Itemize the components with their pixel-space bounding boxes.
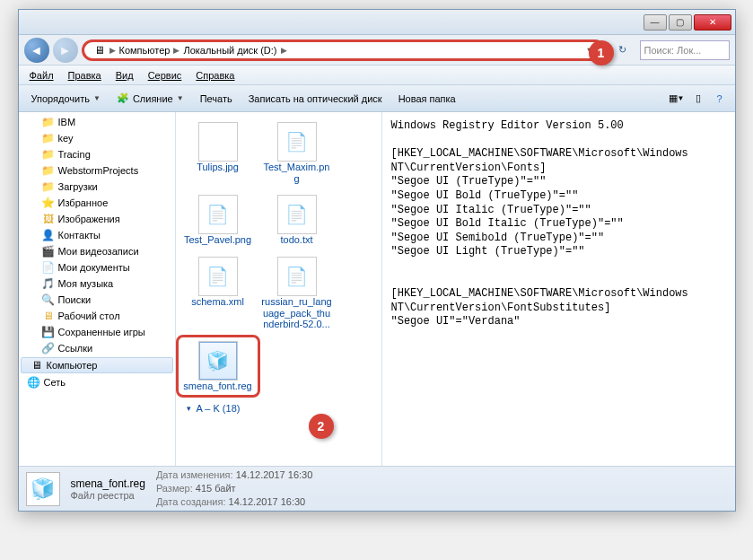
- folder-icon: ⭐: [42, 197, 55, 209]
- folder-icon: 🔍: [42, 293, 55, 306]
- sidebar-item[interactable]: 🔗Ссылки: [19, 340, 175, 356]
- file-name: Test_Pavel.png: [184, 234, 251, 246]
- file-name: Tulips.jpg: [197, 162, 239, 173]
- menu-help[interactable]: Справка: [190, 68, 240, 83]
- refresh-button[interactable]: ↻: [613, 40, 633, 60]
- folder-icon: 🔗: [42, 342, 55, 354]
- search-input[interactable]: Поиск: Лок...: [640, 40, 730, 60]
- sidebar-item-label: IBM: [58, 117, 76, 127]
- sidebar-item[interactable]: 📁IBM: [19, 114, 175, 130]
- new-folder-button[interactable]: Новая папка: [391, 91, 463, 107]
- sidebar-item[interactable]: 🖥Рабочий стол: [19, 308, 175, 324]
- chevron-right-icon: ▶: [173, 46, 179, 55]
- file-pane[interactable]: 2 Tulips.jpg📄Test_Maxim.png📄Test_Pavel.p…: [176, 112, 382, 466]
- merge-icon: 🧩: [117, 92, 129, 104]
- sidebar-computer[interactable]: 🖥Компьютер: [21, 357, 173, 373]
- sidebar-item[interactable]: 🔍Поиски: [19, 292, 175, 308]
- folder-icon: 👤: [42, 229, 55, 241]
- chevron-down-icon: ▾: [187, 404, 191, 413]
- navbar: ◄ ► 🖥 ▶ Компьютер ▶ Локальный диск (D:) …: [19, 35, 735, 66]
- file-item[interactable]: 📄russian_ru_language_pack_thunderbird-52…: [258, 254, 336, 333]
- sidebar-item[interactable]: 🖼Изображения: [19, 211, 175, 227]
- back-button[interactable]: ◄: [24, 38, 49, 63]
- file-name: russian_ru_language_pack_thunderbird-52.…: [261, 296, 333, 330]
- file-name: smena_font.reg: [183, 381, 251, 392]
- maximize-button[interactable]: ▢: [669, 14, 692, 31]
- sidebar-item-label: Рабочий стол: [58, 311, 120, 321]
- sidebar-item[interactable]: ⭐Избранное: [19, 195, 175, 211]
- size-label: Размер:: [156, 483, 193, 494]
- created-value: 14.12.2017 16:30: [229, 496, 306, 507]
- file-item[interactable]: 📄todo.txt: [258, 192, 336, 249]
- print-button[interactable]: Печать: [193, 91, 240, 107]
- explorer-window: — ▢ ✕ ◄ ► 🖥 ▶ Компьютер ▶ Локальный диск…: [18, 9, 736, 512]
- sidebar-item[interactable]: 🎬Мои видеозаписи: [19, 243, 175, 259]
- modified-value: 14.12.2017 16:30: [236, 469, 313, 480]
- size-value: 415 байт: [196, 483, 236, 494]
- organize-button[interactable]: Упорядочить▼: [24, 91, 108, 107]
- sidebar-item[interactable]: 💾Сохраненные игры: [19, 324, 175, 340]
- sidebar-item[interactable]: 📁Загрузки: [19, 179, 175, 195]
- menu-view[interactable]: Вид: [110, 68, 139, 83]
- file-item[interactable]: 🧊smena_font.reg: [179, 338, 257, 395]
- file-name: todo.txt: [280, 234, 312, 246]
- breadcrumb-drive-d[interactable]: Локальный диск (D:): [183, 45, 276, 56]
- sidebar-item[interactable]: 📁WebstormProjects: [19, 162, 175, 179]
- sidebar-item-label: Моя музыка: [58, 278, 114, 289]
- sidebar-item-label: Поиски: [58, 294, 92, 305]
- close-button[interactable]: ✕: [694, 14, 731, 31]
- folder-icon: 📄: [42, 261, 55, 274]
- sidebar-item[interactable]: 👤Контакты: [19, 227, 175, 243]
- sidebar-item-label: Мои документы: [58, 262, 130, 273]
- network-icon: 🌐: [28, 376, 40, 389]
- search-placeholder: Поиск: Лок...: [644, 45, 702, 56]
- sidebar-item[interactable]: 🎵Моя музыка: [19, 276, 175, 292]
- folder-icon: 📁: [42, 132, 55, 144]
- merge-button[interactable]: 🧩Слияние▼: [109, 90, 191, 107]
- sidebar-network[interactable]: 🌐Сеть: [19, 374, 175, 390]
- view-options-button[interactable]: ▦▼: [667, 89, 687, 109]
- sidebar-item[interactable]: 📄Мои документы: [19, 259, 175, 276]
- burn-button[interactable]: Записать на оптический диск: [241, 91, 390, 107]
- folder-icon: 🖼: [42, 213, 55, 225]
- computer-icon: 🖥: [93, 44, 106, 57]
- sidebar-item-label: Сохраненные игры: [58, 327, 145, 337]
- menubar: Файл Правка Вид Сервис Справка: [19, 66, 735, 85]
- sidebar-item[interactable]: 📁key: [19, 130, 175, 146]
- sidebar-item-label: Изображения: [58, 214, 120, 224]
- address-wrap: 🖥 ▶ Компьютер ▶ Локальный диск (D:) ▶ ▼ …: [82, 39, 606, 61]
- reg-icon: 🧊: [26, 472, 60, 506]
- file-item[interactable]: 📄Test_Maxim.png: [258, 119, 336, 187]
- details-name-col: smena_font.reg Файл реестра: [71, 477, 145, 501]
- file-item[interactable]: 📄schema.xml: [179, 254, 257, 333]
- group-header[interactable]: ▾A – K (18): [179, 399, 378, 417]
- address-bar[interactable]: 🖥 ▶ Компьютер ▶ Локальный диск (D:) ▶ ▼ …: [82, 39, 606, 61]
- sidebar: 📁IBM📁key📁Tracing📁WebstormProjects📁Загруз…: [19, 112, 176, 466]
- sidebar-item-label: Контакты: [58, 230, 101, 241]
- menu-file[interactable]: Файл: [24, 68, 59, 83]
- details-filetype: Файл реестра: [71, 490, 145, 501]
- created-label: Дата создания:: [156, 496, 226, 507]
- preview-pane-button[interactable]: ▯: [688, 89, 708, 109]
- folder-icon: 📁: [42, 180, 55, 193]
- sidebar-item[interactable]: 📁Tracing: [19, 146, 175, 162]
- help-button[interactable]: ?: [710, 89, 730, 109]
- sidebar-item-label: WebstormProjects: [58, 165, 139, 176]
- toolbar: Упорядочить▼ 🧩Слияние▼ Печать Записать н…: [19, 85, 735, 112]
- file-item[interactable]: 📄Test_Pavel.png: [179, 192, 257, 249]
- minimize-button[interactable]: —: [644, 14, 667, 31]
- menu-tools[interactable]: Сервис: [143, 68, 188, 83]
- sidebar-item-label: Избранное: [58, 197, 109, 208]
- breadcrumb-computer[interactable]: Компьютер: [119, 45, 171, 56]
- folder-icon: 💾: [42, 326, 55, 338]
- folder-icon: 🎬: [42, 245, 55, 258]
- chevron-right-icon: ▶: [281, 46, 287, 55]
- file-item[interactable]: Tulips.jpg: [179, 119, 257, 187]
- folder-icon: 📁: [42, 116, 55, 128]
- file-name: schema.xml: [191, 296, 244, 308]
- titlebar: — ▢ ✕: [19, 10, 735, 35]
- sidebar-item-label: Загрузки: [58, 181, 98, 192]
- menu-edit[interactable]: Правка: [63, 68, 107, 83]
- callout-1: 1: [589, 40, 614, 66]
- forward-button[interactable]: ►: [53, 38, 78, 63]
